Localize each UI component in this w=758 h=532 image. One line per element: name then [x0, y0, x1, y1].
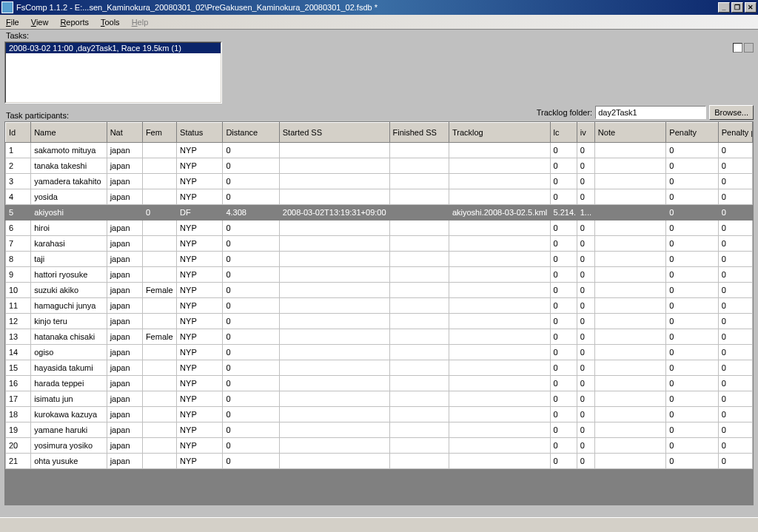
cell-id[interactable]: 15	[6, 360, 31, 376]
cell-name[interactable]: hiroi	[31, 220, 107, 236]
cell-id[interactable]: 1	[6, 143, 31, 158]
cell-penalty[interactable]: 0	[666, 407, 718, 422]
tasks-grid-icon[interactable]	[744, 43, 754, 53]
table-row[interactable]: 11hamaguchi junyajapanNYP00000	[6, 298, 753, 314]
cell-nat[interactable]: japan	[107, 298, 142, 314]
col-nat[interactable]: Nat	[107, 123, 142, 143]
cell-id[interactable]: 13	[6, 329, 31, 345]
cell-status[interactable]: NYP	[177, 236, 223, 252]
cell-iv[interactable]: 0	[577, 220, 594, 236]
cell-iv[interactable]: 0	[577, 329, 594, 345]
cell-fem[interactable]	[142, 360, 176, 376]
cell-iv[interactable]: 0	[577, 143, 594, 158]
cell-fem[interactable]	[142, 220, 176, 236]
cell-distance[interactable]: 0	[223, 314, 279, 329]
cell-nat[interactable]: japan	[107, 329, 142, 345]
cell-fem[interactable]	[142, 391, 176, 407]
cell-started[interactable]	[279, 391, 389, 407]
cell-finished[interactable]	[389, 314, 449, 329]
cell-finished[interactable]	[389, 252, 449, 267]
cell-id[interactable]: 17	[6, 391, 31, 407]
cell-id[interactable]: 19	[6, 422, 31, 438]
cell-finished[interactable]	[389, 220, 449, 236]
cell-pp[interactable]: 0	[718, 220, 752, 236]
cell-iv[interactable]: 0	[577, 376, 594, 391]
cell-penalty[interactable]: 0	[666, 329, 718, 345]
browse-button[interactable]: Browse...	[709, 105, 754, 120]
cell-penalty[interactable]: 0	[666, 422, 718, 438]
cell-finished[interactable]	[389, 407, 449, 422]
table-row[interactable]: 6hiroijapanNYP00000	[6, 220, 753, 236]
cell-penalty[interactable]: 0	[666, 158, 718, 174]
cell-id[interactable]: 4	[6, 189, 31, 205]
cell-started[interactable]	[279, 283, 389, 298]
cell-tracklog[interactable]	[449, 345, 550, 360]
cell-nat[interactable]: japan	[107, 143, 142, 158]
cell-started[interactable]	[279, 252, 389, 267]
cell-penalty[interactable]: 0	[666, 391, 718, 407]
col-id[interactable]: Id	[6, 123, 31, 143]
cell-nat[interactable]: japan	[107, 267, 142, 283]
cell-finished[interactable]	[389, 283, 449, 298]
cell-name[interactable]: yamadera takahito	[31, 174, 107, 189]
cell-status[interactable]: NYP	[177, 174, 223, 189]
table-row[interactable]: 2tanaka takeshijapanNYP00000	[6, 158, 753, 174]
cell-finished[interactable]	[389, 143, 449, 158]
table-row[interactable]: 12kinjo terujapanNYP00000	[6, 314, 753, 329]
cell-fem[interactable]	[142, 158, 176, 174]
cell-iv[interactable]: 0	[577, 252, 594, 267]
cell-id[interactable]: 16	[6, 376, 31, 391]
cell-started[interactable]	[279, 189, 389, 205]
cell-name[interactable]: yosida	[31, 189, 107, 205]
cell-iv[interactable]: 0	[577, 454, 594, 469]
cell-name[interactable]: ogiso	[31, 345, 107, 360]
cell-finished[interactable]	[389, 205, 449, 220]
cell-started[interactable]	[279, 376, 389, 391]
menu-reports[interactable]: Reports	[60, 18, 89, 27]
cell-pp[interactable]: 0	[718, 174, 752, 189]
cell-nat[interactable]: japan	[107, 236, 142, 252]
cell-penalty[interactable]: 0	[666, 283, 718, 298]
table-row[interactable]: 3yamadera takahitojapanNYP00000	[6, 174, 753, 189]
cell-fem[interactable]	[142, 252, 176, 267]
cell-tracklog[interactable]	[449, 252, 550, 267]
cell-id[interactable]: 8	[6, 252, 31, 267]
cell-nat[interactable]: japan	[107, 438, 142, 454]
cell-lc[interactable]: 0	[550, 360, 577, 376]
cell-distance[interactable]: 4.308	[223, 205, 279, 220]
cell-status[interactable]: NYP	[177, 298, 223, 314]
cell-lc[interactable]: 0	[550, 143, 577, 158]
cell-note[interactable]	[594, 143, 665, 158]
cell-pp[interactable]: 0	[718, 236, 752, 252]
menu-help[interactable]: Help	[132, 18, 149, 27]
cell-started[interactable]	[279, 174, 389, 189]
cell-note[interactable]	[594, 174, 665, 189]
cell-nat[interactable]: japan	[107, 189, 142, 205]
table-row[interactable]: 14ogisojapanNYP00000	[6, 345, 753, 360]
cell-id[interactable]: 3	[6, 174, 31, 189]
cell-distance[interactable]: 0	[223, 345, 279, 360]
cell-started[interactable]	[279, 438, 389, 454]
cell-distance[interactable]: 0	[223, 220, 279, 236]
cell-lc[interactable]: 0	[550, 298, 577, 314]
cell-lc[interactable]: 0	[550, 454, 577, 469]
cell-nat[interactable]: japan	[107, 376, 142, 391]
cell-tracklog[interactable]	[449, 283, 550, 298]
cell-fem[interactable]	[142, 454, 176, 469]
cell-note[interactable]	[594, 252, 665, 267]
cell-iv[interactable]: 0	[577, 298, 594, 314]
cell-started[interactable]	[279, 360, 389, 376]
cell-name[interactable]: hayasida takumi	[31, 360, 107, 376]
cell-id[interactable]: 18	[6, 407, 31, 422]
cell-nat[interactable]: japan	[107, 345, 142, 360]
cell-iv[interactable]: 0	[577, 314, 594, 329]
cell-started[interactable]	[279, 298, 389, 314]
cell-lc[interactable]: 0	[550, 345, 577, 360]
table-row[interactable]: 20yosimura yosikojapanNYP00000	[6, 438, 753, 454]
close-button[interactable]: ✕	[745, 2, 757, 13]
table-row[interactable]: 7karahasijapanNYP00000	[6, 236, 753, 252]
cell-lc[interactable]: 5.214...	[550, 205, 577, 220]
cell-fem[interactable]	[142, 298, 176, 314]
cell-finished[interactable]	[389, 391, 449, 407]
col-iv[interactable]: iv	[577, 123, 594, 143]
